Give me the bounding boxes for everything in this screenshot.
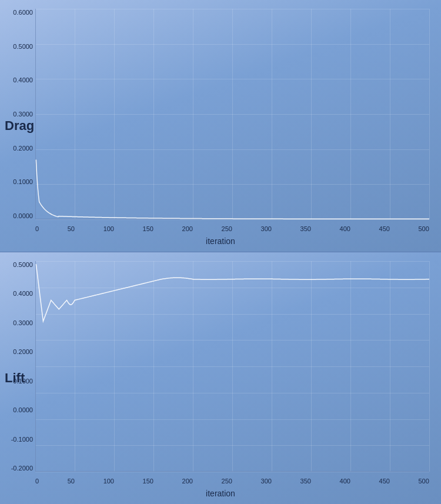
drag-y-tick-1: 0.1000 bbox=[7, 178, 33, 185]
drag-y-tick-5: 0.5000 bbox=[7, 43, 33, 50]
lift-chart-panel: Lift bbox=[0, 252, 441, 504]
drag-chart-area: 0.6000 0.5000 0.4000 0.3000 0.2000 0.100… bbox=[35, 9, 429, 219]
drag-y-tick-2: 0.2000 bbox=[7, 145, 33, 152]
lift-y-tick-2: 0.0000 bbox=[7, 406, 33, 413]
drag-canvas bbox=[35, 9, 429, 219]
drag-y-tick-3: 0.3000 bbox=[7, 111, 33, 118]
lift-y-tick-3: 0.1000 bbox=[7, 378, 33, 385]
lift-x-ticks: 0 50 100 150 200 250 300 350 400 450 500 bbox=[35, 478, 429, 485]
lift-canvas bbox=[35, 261, 429, 472]
drag-y-tick-4: 0.4000 bbox=[7, 76, 33, 84]
lift-y-ticks: 0.5000 0.4000 0.3000 0.2000 0.1000 0.000… bbox=[7, 261, 33, 472]
lift-y-tick-0: -0.2000 bbox=[7, 465, 33, 472]
lift-y-tick-6: 0.4000 bbox=[7, 290, 33, 297]
lift-y-tick-7: 0.5000 bbox=[7, 261, 33, 268]
drag-x-label: iteration bbox=[206, 236, 235, 246]
drag-y-tick-6: 0.6000 bbox=[7, 9, 33, 16]
drag-chart-panel: Drag 0.6 bbox=[0, 0, 441, 252]
drag-y-ticks: 0.6000 0.5000 0.4000 0.3000 0.2000 0.100… bbox=[7, 9, 33, 219]
lift-x-label: iteration bbox=[206, 489, 235, 498]
drag-x-ticks: 0 50 100 150 200 250 300 350 400 450 500 bbox=[35, 225, 429, 232]
lift-chart-area: 0.5000 0.4000 0.3000 0.2000 0.1000 0.000… bbox=[35, 261, 429, 472]
lift-y-tick-4: 0.2000 bbox=[7, 348, 33, 355]
lift-y-tick-5: 0.3000 bbox=[7, 319, 33, 326]
drag-y-tick-0: 0.0000 bbox=[7, 212, 33, 219]
lift-y-tick-1: -0.1000 bbox=[7, 436, 33, 443]
main-container: Drag 0.6 bbox=[0, 0, 441, 504]
